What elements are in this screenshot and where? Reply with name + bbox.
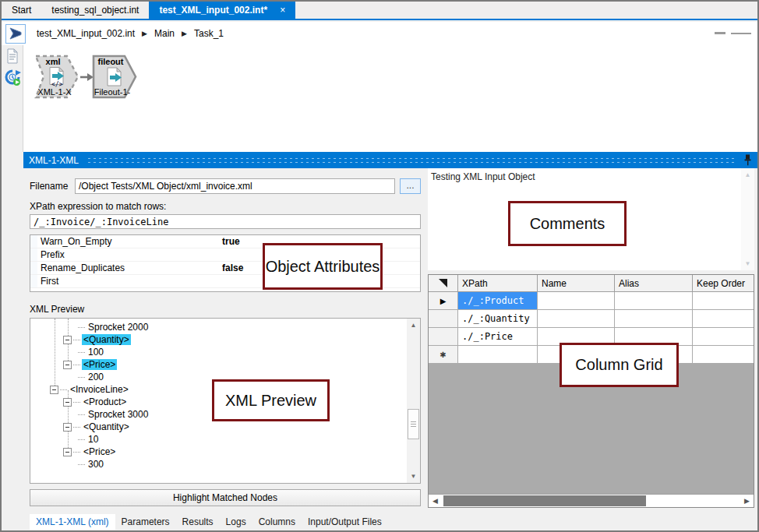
scrollbar-thumb[interactable] [408,409,419,439]
tree-node-label: <Product> [82,396,128,407]
node-xml-name-label: XML-1-X [36,87,73,97]
collapse-icon[interactable] [63,448,72,456]
grid-cell-keep-order[interactable] [693,310,754,328]
tree-vertical-scrollbar[interactable]: ▲ ▼ [407,319,420,483]
tree-stub [60,389,67,390]
row-header-current[interactable]: ▶ [429,292,458,310]
grid-row-quantity[interactable]: ./_:Quantity [429,310,754,328]
scroll-right-icon[interactable]: ▶ [740,495,754,507]
row-header[interactable] [429,310,458,328]
grid-cell-xpath[interactable] [458,346,538,364]
breadcrumb-item-task[interactable]: Task_1 [194,28,224,39]
highlight-matched-nodes-button[interactable]: Highlight Matched Nodes [30,489,421,506]
grid-cell-keep-order[interactable] [693,346,754,364]
breadcrumb-bar: test_XML_input_002.int ▶ Main ▶ Task_1 [2,22,757,45]
annotation-column-grid: Column Grid [560,343,679,387]
grid-header-alias[interactable]: Alias [615,275,693,292]
tab-xml-1-xml[interactable]: XML-1-XML (xml) [30,514,115,530]
collapse-icon[interactable] [63,398,72,407]
tree-node-label: <Price> [82,446,117,457]
node-fileout[interactable]: fileout Fileout-1- [92,55,137,99]
scroll-left-icon[interactable]: ◀ [429,495,442,507]
tab-input-output-files[interactable]: Input/Output Files [302,514,388,530]
minimize-dash-icon[interactable] [715,32,725,34]
xpath-input[interactable]: /_:Invoice/_:InvoiceLine [30,214,421,229]
tree-node-quantity[interactable]: <Quantity> [30,421,407,433]
grid-header-name[interactable]: Name [538,275,615,292]
collapse-icon[interactable] [63,336,72,344]
tree-stub [73,365,80,365]
tree-node-label: 200 [86,372,105,382]
tab-testing-sql-object[interactable]: testing_sql_object.int [41,2,149,19]
scroll-up-icon[interactable]: ▲ [741,168,754,181]
design-canvas[interactable]: xml </> XML-1-X fileout [23,45,757,152]
tree-node-text[interactable]: Sprocket 2000 [30,321,407,333]
browse-button[interactable]: ... [400,178,421,194]
collapse-icon[interactable] [63,423,72,432]
row-header[interactable] [429,328,458,346]
refresh-history-icon[interactable] [4,69,21,86]
column-grid: XPath Name Alias Keep Order ▶ ./_:Produc… [428,274,754,508]
tab-test-xml-input-002[interactable]: test_XML_input_002.int* × [149,2,295,19]
tab-columns[interactable]: Columns [252,514,302,530]
annotation-comments: Comments [508,201,627,246]
grid-cell-xpath-selected[interactable]: ./_:Product [458,292,538,310]
tree-stub [78,377,85,378]
grid-cell-name[interactable] [538,292,615,310]
panel-header-dots [86,157,736,164]
workspace: xml </> XML-1-X fileout [2,45,757,152]
grid-header-keep-order[interactable]: Keep Order [693,275,754,292]
tree-stub [73,427,80,428]
filename-input[interactable]: /Object Tests/XML Object/xml_invoice.xml [75,178,395,194]
scroll-down-icon[interactable]: ▼ [407,470,420,483]
tree-node-price[interactable]: <Price> [30,446,407,458]
close-icon[interactable]: × [280,5,285,16]
scroll-up-icon[interactable]: ▲ [407,319,420,332]
scrollbar-track[interactable] [407,332,420,470]
attr-name: Rename_Duplicates [37,262,222,273]
tree-node-label: <InvoiceLine> [69,384,130,395]
document-icon[interactable] [5,48,19,64]
comments-vertical-scrollbar[interactable]: ▲ ▼ [741,168,754,270]
grid-cell-keep-order[interactable] [693,292,754,310]
tree-node-text[interactable]: 300 [30,458,407,470]
annotation-xml-preview: XML Preview [212,379,330,421]
tree-node-text[interactable]: 10 [30,433,407,446]
scrollbar-track[interactable] [442,495,740,507]
tree-node-text[interactable]: 100 [30,346,407,358]
node-xml-source[interactable]: xml </> XML-1-X [34,55,79,99]
grid-cell-alias[interactable] [615,310,693,328]
collapse-icon[interactable] [63,361,72,369]
grid-cell-alias[interactable] [615,292,693,310]
tree-node-quantity[interactable]: <Quantity> [30,333,407,346]
object-panel-body: Filename /Object Tests/XML Object/xml_in… [2,168,757,513]
grid-cell-xpath[interactable]: ./_:Quantity [458,310,538,328]
tab-logs[interactable]: Logs [220,514,252,530]
grid-header-xpath[interactable]: XPath [458,275,538,292]
tree-node-label: 100 [86,347,105,358]
attr-name: Prefix [37,249,222,260]
select-all-cell[interactable] [429,275,458,292]
grid-cell-xpath[interactable]: ./_:Price [458,328,538,346]
grid-row-product[interactable]: ▶ ./_:Product [429,292,754,310]
tab-results[interactable]: Results [176,514,220,530]
tree-node-price[interactable]: <Price> [30,358,407,371]
scroll-down-icon[interactable]: ▼ [741,257,754,270]
collapse-icon[interactable] [50,386,58,394]
run-button[interactable] [5,24,26,44]
tree-stub [73,340,80,340]
panel-window-controls [715,32,751,34]
tab-start[interactable]: Start [2,2,41,19]
grid-cell-name[interactable] [538,310,615,328]
tab-parameters[interactable]: Parameters [115,514,176,530]
grid-cell-keep-order[interactable] [693,328,754,346]
breadcrumb-item-file[interactable]: test_XML_input_002.int [37,28,135,39]
breadcrumb-item-main[interactable]: Main [154,28,175,39]
scrollbar-thumb[interactable] [443,495,646,506]
pin-icon[interactable] [743,154,752,166]
tab-start-label: Start [12,5,31,16]
grid-horizontal-scrollbar[interactable]: ◀ ▶ [429,494,754,507]
scrollbar-track[interactable] [741,181,754,257]
tree-node-label: Sprocket 3000 [86,409,150,420]
row-header-new[interactable]: ✱ [429,346,458,364]
